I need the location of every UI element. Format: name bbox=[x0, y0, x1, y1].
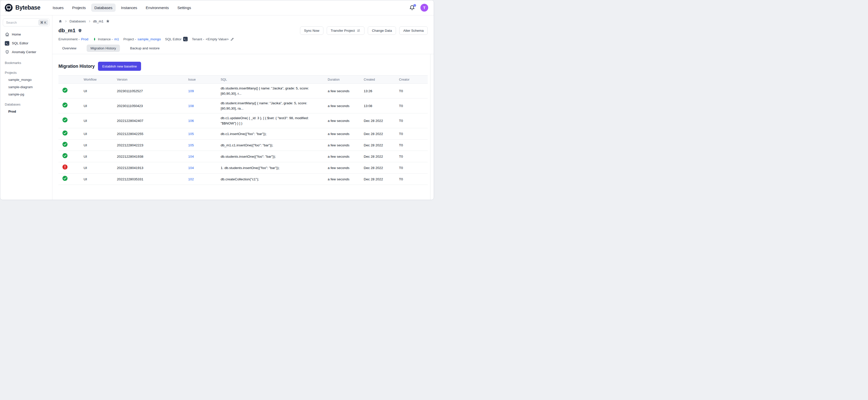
status-success-icon bbox=[62, 87, 68, 93]
sidebar-section-bookmarks: Bookmarks bbox=[3, 59, 50, 66]
button-label: Alter Schema bbox=[403, 29, 424, 32]
cell-sql: db.c1.updateOne( { _id: 3 }, [ { $set: {… bbox=[221, 113, 328, 128]
sql-editor-icon: >_ bbox=[5, 41, 9, 45]
nav-projects[interactable]: Projects bbox=[69, 3, 89, 12]
nav-environments[interactable]: Environments bbox=[143, 3, 172, 12]
sidebar-project-sample-mongo[interactable]: sample_mongo bbox=[3, 76, 50, 83]
migration-history-table: Workflow Version Issue SQL Duration Crea… bbox=[58, 75, 428, 185]
top-bar: Bytebase Issues Projects Databases Insta… bbox=[0, 0, 434, 16]
table-row[interactable]: UI 20221228042255 105 db.c1.insertOne({"… bbox=[58, 128, 428, 140]
issue-link[interactable]: 102 bbox=[188, 177, 194, 181]
issue-link[interactable]: 109 bbox=[188, 89, 194, 93]
table-row[interactable]: UI 20221228041913 104 1. db.students.ins… bbox=[58, 162, 428, 174]
status-success-icon bbox=[62, 102, 68, 108]
sidebar-item-label: SQL Editor bbox=[12, 41, 28, 45]
table-row[interactable]: UI 20221228042223 105 db_m1.c1.insertOne… bbox=[58, 140, 428, 151]
cell-version: 20230111052527 bbox=[117, 84, 188, 98]
status-error-icon bbox=[62, 164, 68, 170]
nav-instances[interactable]: Instances bbox=[118, 3, 140, 12]
transfer-project-button[interactable]: Transfer Project bbox=[327, 26, 365, 35]
cell-duration: a few seconds bbox=[328, 84, 364, 98]
sidebar-project-sample-diagram[interactable]: sample-diagram bbox=[3, 83, 50, 91]
notification-dot bbox=[413, 4, 416, 7]
brand-name: Bytebase bbox=[16, 4, 40, 11]
status-success-icon bbox=[62, 153, 68, 158]
database-meta-row: Environment - Prod Instance - m1 Project… bbox=[58, 36, 428, 41]
breadcrumb-current: db_m1 bbox=[93, 20, 103, 23]
cell-creator: T0 bbox=[399, 98, 428, 113]
instance-link[interactable]: m1 bbox=[114, 37, 119, 41]
cell-created: 13:26 bbox=[364, 84, 399, 98]
cell-creator: T0 bbox=[399, 113, 428, 128]
issue-link[interactable]: 108 bbox=[188, 104, 194, 108]
sidebar-item-sql-editor[interactable]: >_ SQL Editor bbox=[3, 39, 50, 48]
app-window: Bytebase Issues Projects Databases Insta… bbox=[0, 0, 434, 200]
environment-link[interactable]: Prod bbox=[81, 37, 88, 41]
tab-migration-history[interactable]: Migration History bbox=[87, 44, 120, 52]
sidebar-project-sample-pg[interactable]: sample-pg bbox=[3, 91, 50, 98]
establish-baseline-button[interactable]: Establish new baseline bbox=[98, 62, 141, 71]
cell-sql: db.c1.insertOne({"foo": "bar"}); bbox=[221, 128, 328, 140]
user-avatar[interactable]: T bbox=[421, 4, 428, 11]
issue-link[interactable]: 105 bbox=[188, 132, 194, 136]
search-input[interactable] bbox=[5, 21, 38, 25]
col-creator: Creator bbox=[399, 75, 428, 84]
scrollbar-gutter[interactable] bbox=[430, 54, 431, 200]
issue-link[interactable]: 105 bbox=[188, 143, 194, 147]
cell-workflow: UI bbox=[84, 113, 117, 128]
cell-version: 20221228042255 bbox=[117, 128, 188, 140]
tab-backup-and-restore[interactable]: Backup and restore bbox=[126, 44, 163, 52]
cell-duration: a few seconds bbox=[328, 162, 364, 174]
notification-bell-icon[interactable] bbox=[409, 5, 415, 10]
sync-now-button[interactable]: Sync Now bbox=[300, 26, 323, 35]
brand-logo-link[interactable]: Bytebase bbox=[4, 3, 40, 12]
search-box[interactable]: ⌘ K bbox=[3, 19, 50, 26]
nav-databases[interactable]: Databases bbox=[91, 3, 116, 12]
breadcrumb-home-icon[interactable] bbox=[58, 20, 62, 23]
col-version: Version bbox=[117, 75, 188, 84]
bytebase-logo-icon bbox=[4, 3, 13, 12]
cell-version: 20221228035331 bbox=[117, 174, 188, 185]
issue-link[interactable]: 104 bbox=[188, 155, 194, 158]
cell-creator: T0 bbox=[399, 128, 428, 140]
sidebar: ⌘ K Home >_ SQL Editor bbox=[0, 16, 52, 200]
table-row[interactable]: UI 20221228041938 104 db.students.insert… bbox=[58, 151, 428, 162]
alter-schema-button[interactable]: Alter Schema bbox=[399, 26, 428, 35]
cell-duration: a few seconds bbox=[328, 98, 364, 113]
cell-sql: db.students.insertMany([ { name: "Jacika… bbox=[221, 84, 328, 98]
cell-duration: a few seconds bbox=[328, 140, 364, 151]
status-success-icon bbox=[62, 117, 68, 123]
button-label: Sync Now bbox=[304, 29, 319, 32]
cell-duration: a few seconds bbox=[328, 113, 364, 128]
project-link[interactable]: sample_mongo bbox=[137, 37, 161, 41]
nav-settings[interactable]: Settings bbox=[174, 3, 194, 12]
cell-created: 13:08 bbox=[364, 98, 399, 113]
table-row[interactable]: UI 20221228042407 106 db.c1.updateOne( {… bbox=[58, 113, 428, 128]
title-row: db_m1 Sync Now Transfer Project Change D… bbox=[58, 26, 428, 34]
breadcrumb-databases[interactable]: Databases bbox=[69, 20, 86, 23]
sidebar-item-home[interactable]: Home bbox=[3, 30, 50, 39]
sidebar-item-anomaly-center[interactable]: Anomaly Center bbox=[3, 48, 50, 56]
tab-overview[interactable]: Overview bbox=[58, 44, 80, 52]
migration-history-panel: Migration History Establish new baseline… bbox=[58, 54, 428, 185]
cell-workflow: UI bbox=[84, 162, 117, 174]
sql-editor-meta[interactable]: SQL Editor >_ bbox=[165, 37, 188, 41]
instance-meta: Instance - m1 bbox=[93, 37, 119, 41]
nav-issues[interactable]: Issues bbox=[50, 3, 67, 12]
bookmark-star-icon[interactable] bbox=[106, 19, 110, 23]
issue-link[interactable]: 104 bbox=[188, 166, 194, 170]
edit-pencil-icon[interactable] bbox=[230, 37, 234, 41]
sidebar-database-prod[interactable]: Prod bbox=[3, 108, 50, 115]
table-row[interactable]: UI 20221228035331 102 db.createCollectio… bbox=[58, 174, 428, 185]
cell-version: 20221228041913 bbox=[117, 162, 188, 174]
table-row[interactable]: UI 20230111050423 108 db.student.insertM… bbox=[58, 98, 428, 113]
database-shield-icon[interactable] bbox=[78, 28, 82, 33]
action-buttons: Sync Now Transfer Project Change Data Al… bbox=[300, 26, 428, 35]
table-row[interactable]: UI 20230111052527 109 db.students.insert… bbox=[58, 84, 428, 98]
breadcrumb: Databases db_m1 bbox=[58, 19, 428, 24]
change-data-button[interactable]: Change Data bbox=[368, 26, 396, 35]
page-title: db_m1 bbox=[58, 27, 75, 33]
cell-created: Dec 28 2022 bbox=[364, 151, 399, 162]
chevron-right-icon bbox=[88, 20, 91, 23]
issue-link[interactable]: 106 bbox=[188, 119, 194, 123]
